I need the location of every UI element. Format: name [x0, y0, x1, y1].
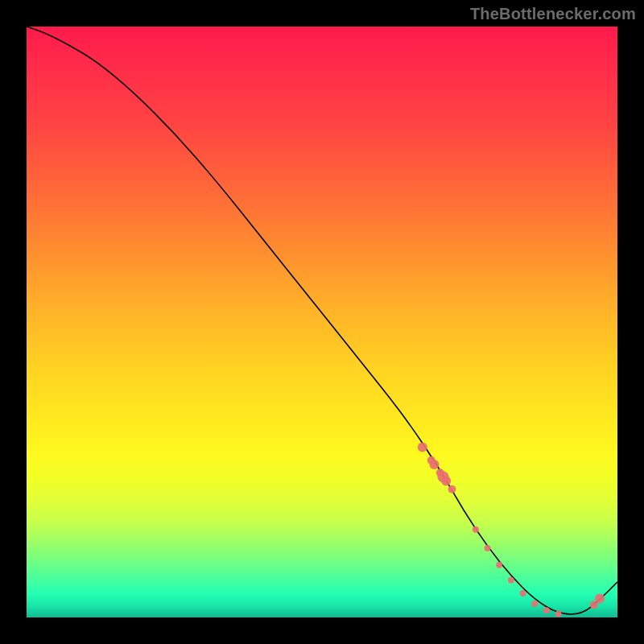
- data-marker: [448, 485, 456, 493]
- data-marker: [496, 562, 502, 568]
- bottleneck-curve: [27, 27, 617, 617]
- data-marker: [595, 594, 605, 604]
- data-marker: [441, 476, 451, 485]
- data-marker: [485, 545, 491, 551]
- plot-area: [27, 27, 617, 617]
- curve-line: [27, 27, 617, 614]
- data-marker: [543, 607, 550, 613]
- data-marker: [418, 443, 427, 452]
- data-marker: [520, 590, 526, 597]
- data-marker: [429, 460, 439, 469]
- data-marker: [555, 611, 562, 617]
- data-marker: [508, 577, 514, 584]
- data-marker: [473, 526, 479, 533]
- chart-frame: TheBottlenecker.com: [0, 0, 644, 644]
- data-marker: [531, 601, 538, 607]
- attribution-text: TheBottlenecker.com: [470, 5, 636, 23]
- curve-markers: [418, 443, 605, 617]
